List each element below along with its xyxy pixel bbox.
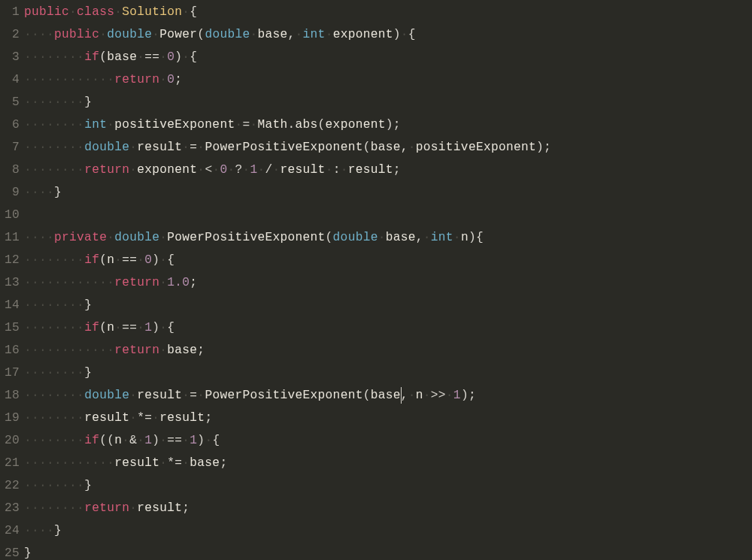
- whitespace-indicator: ········: [24, 253, 84, 267]
- token-punct: ): [393, 28, 401, 41]
- code-line[interactable]: ····}: [24, 181, 752, 204]
- token-fn: base: [371, 389, 401, 402]
- whitespace-indicator: ·: [182, 5, 190, 19]
- token-punct: ;: [205, 411, 212, 425]
- token-punct: (: [99, 434, 107, 447]
- token-fn: positiveExponent: [416, 141, 536, 154]
- token-op: :: [333, 163, 341, 177]
- code-line[interactable]: ········}: [24, 362, 752, 384]
- line-number: 23: [0, 497, 20, 519]
- code-line[interactable]: ········}: [24, 294, 752, 316]
- whitespace-indicator: ·: [114, 253, 122, 267]
- line-number: 15: [0, 316, 20, 339]
- whitespace-indicator: ·: [107, 118, 114, 132]
- token-punct: .: [288, 118, 296, 132]
- code-line[interactable]: ········}: [24, 474, 752, 497]
- token-punct: {: [190, 50, 197, 64]
- whitespace-indicator: ·: [159, 456, 167, 470]
- token-punct: ): [174, 50, 182, 64]
- token-punct: ,: [401, 389, 408, 402]
- token-num: 1: [453, 389, 461, 402]
- code-line[interactable]: ········if(n·==·1)·{: [24, 316, 752, 339]
- token-punct: (: [99, 50, 107, 64]
- line-number-gutter: 1234567891011121314151617181920212223242…: [0, 1, 24, 560]
- whitespace-indicator: ········: [24, 321, 84, 334]
- whitespace-indicator: ·: [326, 163, 333, 177]
- code-line[interactable]: ········double·result·=·PowerPositiveExp…: [24, 384, 752, 407]
- whitespace-indicator: ·: [159, 321, 167, 334]
- whitespace-indicator: ·: [182, 141, 190, 154]
- line-number: 6: [0, 114, 20, 136]
- token-kw: return: [114, 73, 159, 86]
- token-op: &: [129, 434, 137, 447]
- token-punct: ,: [288, 28, 296, 41]
- token-fn: PowerPositiveExponent: [167, 231, 325, 244]
- line-number: 8: [0, 159, 20, 181]
- code-line[interactable]: [24, 204, 752, 226]
- code-line[interactable]: ········}: [24, 91, 752, 114]
- code-line[interactable]: ········if((n·&·1)·==·1)·{: [24, 429, 752, 452]
- whitespace-indicator: ·: [446, 389, 453, 402]
- whitespace-indicator: ·: [137, 434, 144, 447]
- token-type: double: [84, 141, 129, 154]
- code-editor[interactable]: 1234567891011121314151617181920212223242…: [0, 0, 752, 560]
- token-punct: ): [152, 253, 159, 267]
- token-punct: ): [152, 321, 159, 334]
- token-fn: base: [190, 456, 220, 470]
- whitespace-indicator: ·: [137, 321, 144, 334]
- whitespace-indicator: ············: [24, 344, 114, 357]
- code-area[interactable]: public·class·Solution·{····public·double…: [24, 1, 752, 560]
- token-fn: result: [137, 501, 182, 515]
- token-punct: ): [468, 231, 476, 244]
- code-line[interactable]: ········result·*=·result;: [24, 407, 752, 429]
- token-fn: base: [257, 28, 287, 41]
- token-punct: (: [326, 231, 333, 244]
- code-line[interactable]: public·class·Solution·{: [24, 1, 752, 23]
- token-type: int: [303, 28, 326, 41]
- whitespace-indicator: ·: [326, 28, 333, 41]
- whitespace-indicator: ·: [408, 389, 416, 402]
- token-punct: ): [197, 434, 205, 447]
- code-line[interactable]: ············return·base;: [24, 339, 752, 362]
- code-line[interactable]: ····private·double·PowerPositiveExponent…: [24, 226, 752, 249]
- code-line[interactable]: ············return·1.0;: [24, 271, 752, 294]
- whitespace-indicator: ·: [159, 50, 167, 64]
- token-punct: {: [408, 28, 416, 41]
- token-kw: if: [84, 253, 99, 267]
- whitespace-indicator: ·: [137, 50, 144, 64]
- token-fn: n: [107, 253, 114, 267]
- whitespace-indicator: ·: [423, 389, 431, 402]
- whitespace-indicator: ····: [24, 231, 54, 244]
- code-line[interactable]: ····public·double·Power(double·base,·int…: [24, 23, 752, 46]
- token-punct: }: [54, 524, 62, 537]
- whitespace-indicator: ·: [129, 141, 137, 154]
- code-line[interactable]: ········int·positiveExponent·=·Math.abs(…: [24, 114, 752, 136]
- token-fn: result: [137, 141, 182, 154]
- code-line[interactable]: ····}: [24, 519, 752, 542]
- whitespace-indicator: ·: [235, 118, 242, 132]
- code-line[interactable]: ············return·0;: [24, 68, 752, 91]
- code-line[interactable]: ········if(base·==·0)·{: [24, 46, 752, 68]
- code-line[interactable]: ········double·result·=·PowerPositiveExp…: [24, 136, 752, 159]
- code-line[interactable]: ············result·*=·base;: [24, 452, 752, 474]
- token-punct: }: [84, 95, 92, 109]
- token-op: ==: [122, 253, 137, 267]
- whitespace-indicator: ·: [107, 231, 114, 244]
- code-line[interactable]: }: [24, 542, 752, 560]
- token-kw: if: [84, 50, 99, 64]
- code-line[interactable]: ········if(n·==·0)·{: [24, 249, 752, 271]
- code-line[interactable]: ········return·result;: [24, 497, 752, 519]
- code-line[interactable]: ········return·exponent·<·0·?·1·/·result…: [24, 159, 752, 181]
- token-kw: return: [84, 163, 129, 177]
- token-num: 1: [144, 321, 152, 334]
- line-number: 4: [0, 68, 20, 91]
- whitespace-indicator: ·: [227, 163, 235, 177]
- whitespace-indicator: ·: [122, 434, 129, 447]
- line-number: 20: [0, 429, 20, 452]
- whitespace-indicator: ········: [24, 95, 84, 109]
- token-op: >>: [431, 389, 446, 402]
- token-fn: base: [167, 344, 197, 357]
- line-number: 12: [0, 249, 20, 271]
- token-op: *=: [167, 456, 182, 470]
- token-fn: result: [159, 411, 205, 425]
